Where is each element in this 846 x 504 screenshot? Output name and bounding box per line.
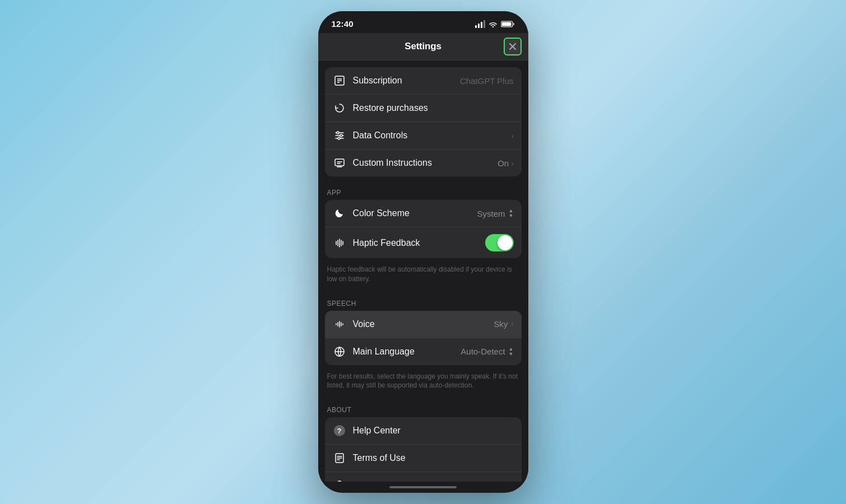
settings-header: Settings xyxy=(318,33,528,60)
status-icons xyxy=(475,20,515,28)
privacy-policy-row[interactable]: Privacy Policy xyxy=(325,472,522,482)
subscription-label: Subscription xyxy=(353,76,460,86)
phone-frame: 12:40 Settings xyxy=(318,11,528,493)
status-time: 12:40 xyxy=(332,19,354,29)
main-language-label: Main Language xyxy=(353,347,461,357)
close-button[interactable] xyxy=(504,38,522,55)
subscription-value: ChatGPT Plus xyxy=(460,76,514,86)
app-section-label: APP xyxy=(318,180,528,200)
help-icon: ? xyxy=(333,424,346,437)
svg-rect-15 xyxy=(335,159,344,166)
settings-panel: Subscription ChatGPT Plus Restore purcha… xyxy=(318,60,528,482)
home-indicator xyxy=(318,482,528,493)
voice-icon xyxy=(333,318,346,331)
speech-hint: For best results, select the language yo… xyxy=(318,368,528,398)
home-bar xyxy=(389,486,457,488)
main-language-value: Auto-Detect xyxy=(461,347,505,356)
voice-label: Voice xyxy=(353,319,494,329)
battery-icon xyxy=(501,21,515,27)
globe-icon xyxy=(333,345,346,358)
terms-of-use-label: Terms of Use xyxy=(353,453,514,463)
haptic-icon xyxy=(333,236,346,250)
signal-bars-icon xyxy=(475,20,485,28)
help-center-label: Help Center xyxy=(353,426,514,436)
main-language-row[interactable]: Main Language Auto-Detect ▲ ▼ xyxy=(325,338,522,365)
haptic-feedback-label: Haptic Feedback xyxy=(353,238,485,248)
app-group: Color Scheme System ▲ ▼ xyxy=(325,200,522,258)
haptic-feedback-row[interactable]: Haptic Feedback xyxy=(325,227,522,258)
svg-point-12 xyxy=(337,132,339,134)
color-scheme-value: System xyxy=(477,209,505,218)
settings-title: Settings xyxy=(405,41,441,52)
custom-instructions-chevron: › xyxy=(511,159,513,167)
status-bar: 12:40 xyxy=(318,11,528,33)
custom-instructions-value: On xyxy=(498,158,509,168)
voice-chevron: › xyxy=(511,320,513,328)
color-scheme-updown-icon: ▲ ▼ xyxy=(509,208,514,218)
color-scheme-row[interactable]: Color Scheme System ▲ ▼ xyxy=(325,200,522,227)
wifi-icon xyxy=(489,21,498,27)
account-group: Subscription ChatGPT Plus Restore purcha… xyxy=(325,67,522,176)
speech-section-label: SPEECH xyxy=(318,291,528,311)
haptic-hint: Haptic feedback will be automatically di… xyxy=(318,262,528,291)
speech-group: Voice Sky › Main Language xyxy=(325,311,522,365)
main-language-updown-icon: ▲ ▼ xyxy=(509,347,514,357)
data-controls-icon xyxy=(333,129,346,142)
help-center-row[interactable]: ? Help Center xyxy=(325,417,522,444)
svg-point-13 xyxy=(340,134,342,137)
terms-icon xyxy=(333,451,346,465)
privacy-icon xyxy=(333,479,346,482)
data-controls-row[interactable]: Data Controls › xyxy=(325,122,522,149)
haptic-toggle[interactable] xyxy=(485,234,514,251)
about-group: ? Help Center Terms of Use xyxy=(325,417,522,482)
privacy-policy-label: Privacy Policy xyxy=(353,480,514,482)
close-icon xyxy=(509,43,516,50)
haptic-toggle-thumb xyxy=(498,235,513,250)
svg-point-14 xyxy=(338,137,340,139)
data-controls-label: Data Controls xyxy=(353,130,512,141)
restore-purchases-row[interactable]: Restore purchases xyxy=(325,94,522,122)
color-scheme-label: Color Scheme xyxy=(353,208,477,218)
data-controls-chevron: › xyxy=(511,132,513,140)
svg-rect-1 xyxy=(513,23,514,25)
svg-rect-2 xyxy=(501,22,511,26)
voice-value: Sky xyxy=(494,319,508,329)
about-section-label: ABOUT xyxy=(318,397,528,417)
custom-instructions-row[interactable]: Custom Instructions On › xyxy=(325,149,522,176)
voice-row[interactable]: Voice Sky › xyxy=(325,311,522,338)
restore-icon xyxy=(333,101,346,115)
restore-label: Restore purchases xyxy=(353,103,514,113)
custom-instructions-label: Custom Instructions xyxy=(353,158,498,168)
subscription-row[interactable]: Subscription ChatGPT Plus xyxy=(325,67,522,94)
custom-instructions-icon xyxy=(333,156,346,170)
subscription-icon xyxy=(333,74,346,87)
terms-of-use-row[interactable]: Terms of Use xyxy=(325,444,522,472)
settings-content: Subscription ChatGPT Plus Restore purcha… xyxy=(318,67,528,482)
moon-icon xyxy=(333,207,346,220)
